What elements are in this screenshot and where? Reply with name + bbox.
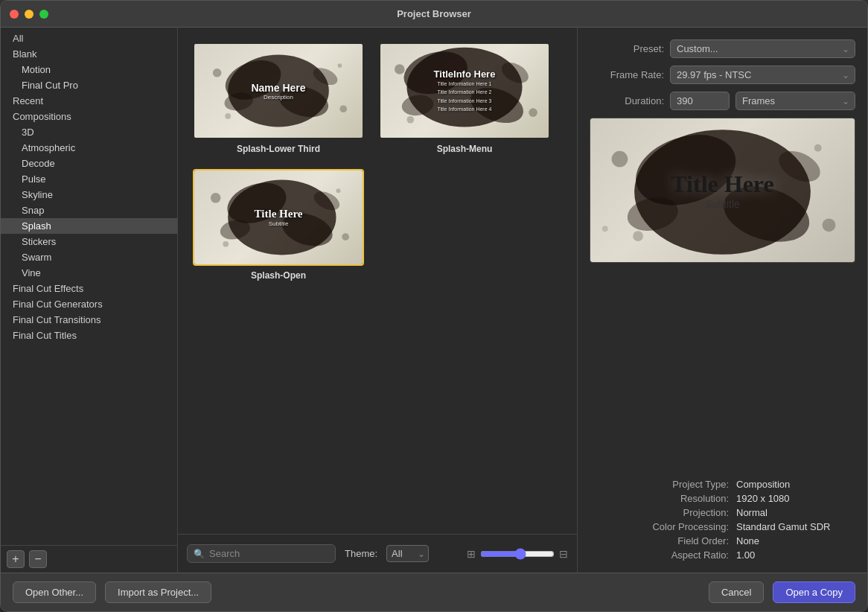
sidebar-item-pulse[interactable]: Pulse xyxy=(1,171,177,187)
sidebar-list: All Blank Motion Final Cut Pro Recent Co… xyxy=(1,28,177,545)
open-other-button[interactable]: Open Other... xyxy=(13,581,96,603)
thumbnail-image-open: Title Here Subtitle xyxy=(194,170,363,264)
resolution-label: Resolution: xyxy=(610,493,729,504)
sidebar-item-finalcutgenerators[interactable]: Final Cut Generators xyxy=(1,296,177,312)
center-footer: 🔍 Theme: All Dark Light ⊞ ⊟ xyxy=(178,534,577,573)
sidebar-item-stickers[interactable]: Stickers xyxy=(1,234,177,249)
sidebar-item-skyline[interactable]: Skyline xyxy=(1,187,177,203)
thumbnail-wrapper: Name Here Description xyxy=(193,42,364,139)
svg-point-6 xyxy=(339,105,347,112)
search-input[interactable] xyxy=(209,548,313,559)
main-content: All Blank Motion Final Cut Pro Recent Co… xyxy=(1,28,867,573)
sidebar-item-atmospheric[interactable]: Atmospheric xyxy=(1,140,177,156)
theme-label: Theme: xyxy=(345,548,377,559)
open-copy-button[interactable]: Open a Copy xyxy=(773,581,855,603)
add-project-button[interactable]: + xyxy=(7,550,25,568)
window-title: Project Browser xyxy=(397,8,471,19)
sidebar-item-recent[interactable]: Recent xyxy=(1,93,177,109)
sidebar-item-finalcuttransitions[interactable]: Final Cut Transitions xyxy=(1,312,177,328)
import-as-project-button[interactable]: Import as Project... xyxy=(105,581,211,603)
bottom-bar: Open Other... Import as Project... Cance… xyxy=(1,573,867,611)
open-title-text: Title Here xyxy=(255,208,303,220)
info-row-project-type: Project Type: Composition xyxy=(590,479,855,490)
grid-large-icon[interactable]: ⊟ xyxy=(559,548,568,560)
sidebar-item-compositions[interactable]: Compositions xyxy=(1,109,177,124)
thumbnail-splash-open[interactable]: Title Here Subtitle Splash-Open xyxy=(193,169,364,281)
thumbnail-label-lower-third: Splash-Lower Third xyxy=(237,144,320,154)
svg-point-24 xyxy=(223,241,229,247)
preview-subtitle: Subtitle xyxy=(705,198,740,210)
svg-point-15 xyxy=(529,108,537,117)
minimize-button[interactable] xyxy=(25,10,33,19)
theme-select-wrapper: All Dark Light xyxy=(386,545,429,562)
preset-select[interactable]: Custom... xyxy=(670,39,855,58)
thumbnail-image-menu: TitleInfo Here Title Information Here 1 … xyxy=(380,44,549,138)
svg-point-16 xyxy=(406,116,414,124)
info-table: Project Type: Composition Resolution: 19… xyxy=(590,479,855,561)
resolution-value: 1920 x 1080 xyxy=(729,493,855,504)
thumbnail-wrapper-open: Title Here Subtitle xyxy=(193,169,364,266)
lower-third-name: Name Here xyxy=(251,82,305,94)
maximize-button[interactable] xyxy=(39,10,48,19)
preview-title: Title Here xyxy=(671,170,773,198)
theme-select[interactable]: All Dark Light xyxy=(386,545,429,562)
frames-select[interactable]: Frames Seconds xyxy=(735,92,855,110)
project-type-label: Project Type: xyxy=(610,479,729,490)
thumbnail-image: Name Here Description xyxy=(194,44,363,138)
sidebar-item-splash[interactable]: Splash xyxy=(1,218,177,234)
right-panel: Preset: Custom... Frame Rate: 29.97 fps … xyxy=(577,28,867,573)
sidebar-item-swarm[interactable]: Swarm xyxy=(1,249,177,265)
projection-label: Projection: xyxy=(610,507,729,518)
sidebar-item-snap[interactable]: Snap xyxy=(1,203,177,218)
preset-select-wrapper: Custom... xyxy=(670,39,855,58)
sidebar-item-finalcuteffects[interactable]: Final Cut Effects xyxy=(1,281,177,296)
framerate-row: Frame Rate: 29.97 fps - NTSC xyxy=(590,66,855,84)
sidebar: All Blank Motion Final Cut Pro Recent Co… xyxy=(1,28,178,573)
svg-point-7 xyxy=(225,113,231,119)
svg-point-23 xyxy=(342,233,349,240)
menu-info-lines: Title Information Here 1 Title Informati… xyxy=(434,80,496,113)
aspect-ratio-value: 1.00 xyxy=(729,549,855,561)
slider-area: ⊞ ⊟ xyxy=(467,548,568,560)
grid-small-icon[interactable]: ⊞ xyxy=(467,548,476,560)
traffic-lights xyxy=(10,10,48,19)
remove-project-button[interactable]: − xyxy=(29,550,47,568)
preview-inner: Title Here Subtitle xyxy=(590,118,855,262)
framerate-select[interactable]: 29.97 fps - NTSC xyxy=(670,66,855,84)
sidebar-item-all[interactable]: All xyxy=(1,31,177,46)
sidebar-footer: + − xyxy=(1,545,177,573)
aspect-ratio-label: Aspect Ratio: xyxy=(610,549,729,561)
sidebar-item-motion[interactable]: Motion xyxy=(1,62,177,77)
preset-row: Preset: Custom... xyxy=(590,39,855,58)
svg-point-35 xyxy=(602,226,608,232)
svg-point-33 xyxy=(633,231,643,241)
project-browser-window: Project Browser All Blank Motion Final C… xyxy=(0,0,868,612)
color-processing-label: Color Processing: xyxy=(610,521,729,532)
menu-title-text: TitleInfo Here xyxy=(434,68,496,80)
sidebar-item-blank[interactable]: Blank xyxy=(1,46,177,62)
sidebar-item-vine[interactable]: Vine xyxy=(1,265,177,281)
close-button[interactable] xyxy=(10,10,19,19)
thumbnail-size-slider[interactable] xyxy=(480,548,555,560)
info-row-aspect-ratio: Aspect Ratio: 1.00 xyxy=(590,549,855,561)
sidebar-item-finalcutpro[interactable]: Final Cut Pro xyxy=(1,77,177,93)
info-row-color-processing: Color Processing: Standard Gamut SDR xyxy=(590,521,855,532)
cancel-button[interactable]: Cancel xyxy=(709,581,764,603)
field-order-value: None xyxy=(729,535,855,546)
search-box: 🔍 xyxy=(187,544,336,563)
sidebar-item-finalcuttitles[interactable]: Final Cut Titles xyxy=(1,328,177,343)
sidebar-item-decode[interactable]: Decode xyxy=(1,156,177,171)
svg-point-25 xyxy=(336,188,341,193)
svg-point-8 xyxy=(337,63,342,68)
thumbnail-splash-lower-third[interactable]: Name Here Description Splash-Lower Third xyxy=(193,42,364,154)
sidebar-item-3d[interactable]: 3D xyxy=(1,124,177,140)
open-subtitle-text: Subtitle xyxy=(255,220,303,227)
svg-point-5 xyxy=(213,68,222,77)
thumbnail-splash-menu[interactable]: TitleInfo Here Title Information Here 1 … xyxy=(379,42,550,154)
duration-input[interactable] xyxy=(670,92,730,110)
preview-area: Title Here Subtitle xyxy=(590,118,855,263)
framerate-label: Frame Rate: xyxy=(590,69,664,80)
framerate-select-wrapper: 29.97 fps - NTSC xyxy=(670,66,855,84)
svg-point-31 xyxy=(612,151,628,168)
grid-area: Name Here Description Splash-Lower Third xyxy=(178,28,577,534)
